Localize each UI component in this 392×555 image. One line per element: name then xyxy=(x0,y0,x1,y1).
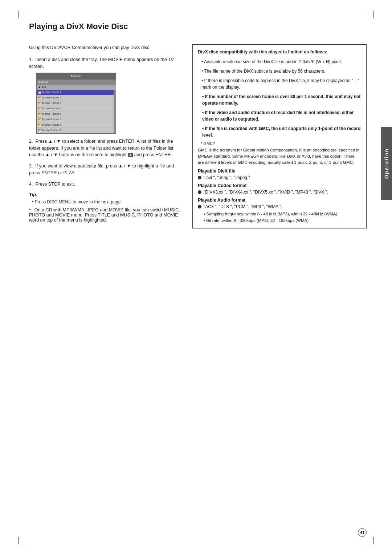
side-tab: Operation xyxy=(381,127,392,200)
page-container: Operation 41 Playing a DivX Movie Disc U… xyxy=(0,0,392,555)
step-4-text: Press STOP to exit. xyxy=(35,182,75,187)
circle-dot-3 xyxy=(198,205,201,208)
audio-sub-bullet-1: Sampling frequency: within 8 - 48 kHz (M… xyxy=(198,211,361,217)
screen-header: MOVIE xyxy=(37,73,116,80)
screen-item-3: 📁 Movie Folder 3 xyxy=(37,101,114,106)
tip-bullet-2: On a CD with MP3/WMA, JPEG and MOVIE fil… xyxy=(29,207,180,223)
corner-tr xyxy=(367,11,374,18)
bold-bullet-1: If the number of the screen frame is ove… xyxy=(198,93,361,106)
folder-icon-2: 📁 xyxy=(38,97,41,99)
audio-sub-bullet-2: Bit rate: within 8 - 320kbps (MP3), 32 -… xyxy=(198,218,361,224)
folder-icon-4: 📁 xyxy=(38,108,41,110)
folder-icon-3: 📁 xyxy=(38,102,41,104)
side-tab-label: Operation xyxy=(384,148,389,179)
playable-audio-title: Playable Audio format xyxy=(198,198,361,203)
step-2-number: 2. xyxy=(29,139,34,144)
playable-codec-text: "DIVX3.xx ", "DIVX4.xx ", "DIVX5.xx ", "… xyxy=(204,190,328,195)
right-header: DivX disc compatibility with this player… xyxy=(198,49,361,56)
screen-subheader: 0:00:00 xyxy=(37,80,116,85)
screen-item-4: 📁 Movie Folder 4 xyxy=(37,106,114,112)
tip-section: Tip: Press DISC MENU to move to the next… xyxy=(29,192,181,223)
step-3: 3. If you want to view a particular file… xyxy=(29,163,181,177)
step-3-number: 3. xyxy=(29,163,34,169)
playable-divx-title: Playable DivX file xyxy=(198,169,361,174)
playable-audio-formats: "AC3 ", "DTS ", "PCM ", "MP3 ", "WMA ". xyxy=(198,204,361,209)
page-title: Playing a DivX Movie Disc xyxy=(29,22,367,31)
bold-bullet-2: If the video and audio structure of reco… xyxy=(198,109,361,122)
playable-codec-formats: "DIVX3.xx ", "DIVX4.xx ", "DIVX5.xx ", "… xyxy=(198,190,361,195)
screen-item-6: 📁 Movie Folder 6 xyxy=(37,117,114,122)
content-area: Using this DVD/VCR Combi receiver you ca… xyxy=(29,37,367,228)
corner-tl xyxy=(18,11,25,18)
playable-audio-text: "AC3 ", "DTS ", "PCM ", "MP3 ", "WMA ". xyxy=(204,204,282,209)
screen-item-1: 📁 Movie Folder 1 xyxy=(37,90,114,95)
folder-icon-1: 📁 xyxy=(38,91,41,93)
screen-rows: 📁 Movie Folder 1 📁 Movie Folder 2 📁 Movi… xyxy=(37,90,116,133)
step-4: 4. Press STOP to exit. xyxy=(29,181,181,188)
gmc-body: GMC is the acronym for Global Motion Com… xyxy=(198,147,361,166)
tip-title: Tip: xyxy=(29,192,181,197)
circle-dot-2 xyxy=(198,190,201,194)
step-4-number: 4. xyxy=(29,182,34,187)
screen-item-8: 📁 Movie Folder 8 xyxy=(37,128,114,133)
step-1-number: 1. xyxy=(29,57,34,62)
step-2: 2. Press ▲ / ▼ to select a folder, and p… xyxy=(29,138,181,158)
intro-text: Using this DVD/VCR Combi receiver you ca… xyxy=(29,44,181,51)
playable-codec-title: Playable Codec format xyxy=(198,183,361,188)
step-1-text: Insert a disc and close the tray. The MO… xyxy=(29,57,174,69)
folder-icon-8: 📁 xyxy=(38,129,41,131)
right-bullet-2: The file name of the DivX subtitle is av… xyxy=(201,68,361,74)
step-2-text: Press ▲ / ▼ to select a folder, and pres… xyxy=(29,139,175,158)
step-1: 1. Insert a disc and close the tray. The… xyxy=(29,56,181,134)
tip-bullet-1: Press DISC MENU to move to the next page… xyxy=(32,199,181,205)
tip-bullet-symbol: • xyxy=(29,207,33,212)
right-bullet-3: If there is impossible code to express i… xyxy=(201,77,361,90)
playable-divx-text: ".avi ", ".mpg ", ".mpeg " xyxy=(204,175,250,180)
right-column: DivX disc compatibility with this player… xyxy=(192,44,367,228)
scroll-bar xyxy=(114,90,116,133)
folder-icon-5: 📁 xyxy=(38,113,41,115)
tip-bullet-2-wrapper: • On a CD with MP3/WMA, JPEG and MOVIE f… xyxy=(29,207,181,223)
left-column: Using this DVD/VCR Combi receiver you ca… xyxy=(29,44,181,228)
corner-bl xyxy=(18,537,25,544)
bold-bullet-3: If the file is recorded with GMC, the un… xyxy=(198,125,361,138)
right-bullet-1: Available resolution size of the DivX fi… xyxy=(201,58,361,65)
screen-item-7: 📁 Movie Folder 7 xyxy=(37,122,114,128)
folder-icon-7: 📁 xyxy=(38,124,41,126)
page-number: 41 xyxy=(358,528,367,537)
folder-icon-6: 📁 xyxy=(38,118,41,121)
playable-divx-formats: ".avi ", ".mpg ", ".mpeg " xyxy=(198,175,361,180)
step-3-text: If you want to view a particular file, p… xyxy=(29,163,174,175)
gmc-note: * GMC? xyxy=(198,141,361,146)
screen-item-2: 📁 Movie Folder 2 xyxy=(37,95,114,101)
screen-mockup: MOVIE 0:00:00 ▲ 1/4 📁 Movie Folder 1 � xyxy=(36,73,116,134)
screen-items-list: 📁 Movie Folder 1 📁 Movie Folder 2 📁 Movi… xyxy=(37,90,114,133)
corner-br xyxy=(367,537,374,544)
screen-item-5: 📁 Movie Folder 5 xyxy=(37,112,114,117)
circle-dot-1 xyxy=(198,176,201,179)
screen-current: ▲ 1/4 xyxy=(37,85,116,90)
